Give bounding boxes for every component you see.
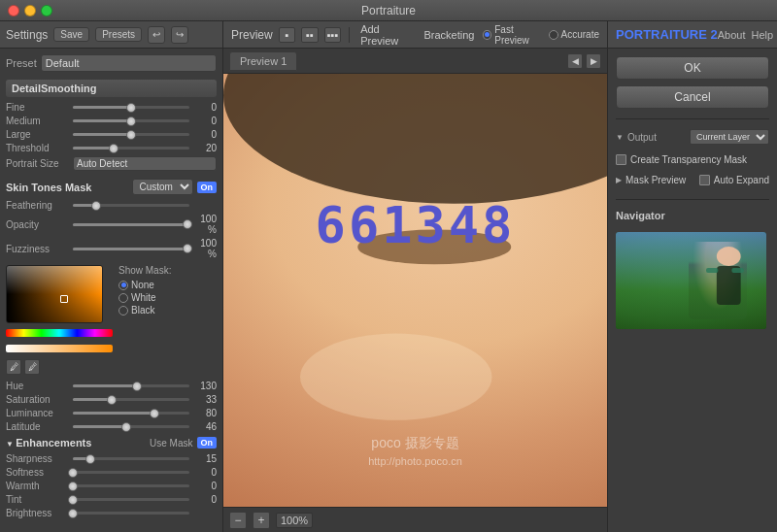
portrait-size-select[interactable]: Auto Detect <box>73 156 217 171</box>
warmth-track[interactable] <box>73 484 189 487</box>
zoom-in-button[interactable]: + <box>253 512 270 529</box>
latitude-track[interactable] <box>73 425 189 428</box>
luminance-track[interactable] <box>73 412 189 415</box>
fine-track[interactable] <box>73 106 189 109</box>
saturation-value: 33 <box>193 394 217 405</box>
feathering-label: Feathering <box>6 200 69 211</box>
fast-preview-dot[interactable] <box>483 30 491 40</box>
color-picker-area: 🖉 🖉 Show Mask: None White <box>6 265 217 375</box>
watermark-number: 661348 <box>316 196 516 254</box>
zoom-out-button[interactable]: − <box>229 512 247 529</box>
main-layout: Settings Save Presets ↩ ↪ Preset Default… <box>0 21 777 532</box>
skin-tones-mode-select[interactable]: Custom <box>132 179 193 195</box>
accurate-radio[interactable]: Accurate <box>549 29 599 40</box>
enhancements-title[interactable]: Enhancements <box>6 437 91 449</box>
mask-preview-label[interactable]: Mask Preview <box>625 175 695 185</box>
next-button[interactable]: ▶ <box>586 53 601 69</box>
fuzziness-track[interactable] <box>73 248 189 250</box>
radio-white-dot[interactable] <box>118 293 128 303</box>
color-gradient[interactable] <box>6 265 103 323</box>
brightness-track[interactable] <box>73 512 189 515</box>
zoom-display[interactable]: 100% <box>276 513 313 528</box>
skin-tones-on-badge[interactable]: On <box>197 182 218 193</box>
fuzziness-label: Fuzziness <box>6 244 69 254</box>
large-slider-row: Large 0 <box>6 129 217 140</box>
medium-value: 0 <box>193 116 217 126</box>
separator-2 <box>616 199 769 200</box>
opacity-track[interactable] <box>73 223 189 226</box>
saturation-track[interactable] <box>73 398 189 401</box>
medium-track[interactable] <box>73 119 189 122</box>
sharpness-track[interactable] <box>73 457 189 460</box>
alpha-bar[interactable] <box>6 345 113 352</box>
svg-rect-3 <box>616 232 766 329</box>
save-button[interactable]: Save <box>53 27 89 42</box>
bracketing-button[interactable]: Bracketing <box>421 29 477 41</box>
auto-expand-checkbox[interactable] <box>699 175 710 185</box>
left-panel: Settings Save Presets ↩ ↪ Preset Default… <box>0 21 223 532</box>
preview-image-area: 661348 poco 摄影专题 http://photo.poco.cn <box>223 74 607 507</box>
hue-bar[interactable] <box>6 329 113 337</box>
svg-point-4 <box>717 247 741 266</box>
radio-white[interactable]: White <box>118 292 171 303</box>
create-transparency-label: Create Transparency Mask <box>630 154 747 165</box>
tint-track[interactable] <box>73 498 189 501</box>
threshold-track[interactable] <box>73 147 189 150</box>
preset-row: Preset Default <box>6 54 217 72</box>
prev-button[interactable]: ◀ <box>567 53 583 69</box>
preset-select[interactable]: Default <box>41 54 217 72</box>
hue-value: 130 <box>193 381 217 391</box>
output-arrow: ▼ <box>616 133 624 142</box>
hue-track[interactable] <box>73 384 189 387</box>
presets-button[interactable]: Presets <box>95 27 142 42</box>
about-button[interactable]: About <box>718 29 746 41</box>
create-transparency-checkbox[interactable] <box>616 154 626 165</box>
softness-track[interactable] <box>73 471 189 474</box>
single-view-button[interactable]: ▪ <box>279 27 296 43</box>
triple-view-button[interactable]: ▪▪▪ <box>324 27 342 43</box>
output-layer-select[interactable]: Current Layer <box>690 129 769 145</box>
hue-label: Hue <box>6 381 69 391</box>
fuzziness-value: 100 % <box>193 238 217 259</box>
ok-button[interactable]: OK <box>616 56 769 80</box>
preview-toolbar-label: Preview <box>231 28 273 42</box>
right-content: OK Cancel ▼ Output Current Layer Create … <box>608 49 777 337</box>
feathering-track[interactable] <box>73 204 189 207</box>
enhancements-section-header: Enhancements Use Mask On <box>6 437 217 449</box>
show-mask-label: Show Mask: <box>118 265 171 276</box>
preview-tab-1[interactable]: Preview 1 <box>229 51 297 71</box>
enhancements-on-badge[interactable]: On <box>197 437 218 449</box>
radio-black-dot[interactable] <box>118 306 128 316</box>
eyedropper-row: 🖉 🖉 <box>6 359 113 375</box>
warmth-label: Warmth <box>6 481 69 491</box>
fine-value: 0 <box>193 102 217 113</box>
softness-value: 0 <box>193 467 217 478</box>
titlebar: Portraiture <box>0 0 777 21</box>
radio-black[interactable]: Black <box>118 305 171 316</box>
fine-slider-row: Fine 0 <box>6 102 217 113</box>
add-preview-button[interactable]: Add Preview <box>357 23 415 47</box>
latitude-value: 46 <box>193 421 217 432</box>
accurate-dot[interactable] <box>549 30 558 40</box>
cancel-button[interactable]: Cancel <box>616 85 769 109</box>
luminance-label: Luminance <box>6 408 69 418</box>
fast-preview-radio[interactable]: Fast Preview <box>483 24 542 46</box>
threshold-label: Threshold <box>6 143 69 153</box>
threshold-value: 20 <box>193 143 217 153</box>
help-button[interactable]: Help <box>752 29 774 41</box>
brightness-slider-row: Brightness <box>6 508 217 518</box>
redo-button[interactable]: ↪ <box>171 26 188 44</box>
large-track[interactable] <box>73 133 189 136</box>
threshold-slider-row: Threshold 20 <box>6 143 217 153</box>
split-view-button[interactable]: ▪▪ <box>301 27 319 43</box>
window-controls[interactable] <box>8 5 52 17</box>
radio-none[interactable]: None <box>118 280 171 290</box>
close-button[interactable] <box>8 5 19 17</box>
mask-preview-row: ▶ Mask Preview Auto Expand <box>616 175 769 185</box>
minimize-button[interactable] <box>24 5 36 17</box>
undo-button[interactable]: ↩ <box>148 26 165 44</box>
eyedropper-button-2[interactable]: 🖉 <box>24 359 40 375</box>
radio-none-dot[interactable] <box>118 281 128 290</box>
eyedropper-button-1[interactable]: 🖉 <box>6 359 21 375</box>
maximize-button[interactable] <box>41 5 52 17</box>
